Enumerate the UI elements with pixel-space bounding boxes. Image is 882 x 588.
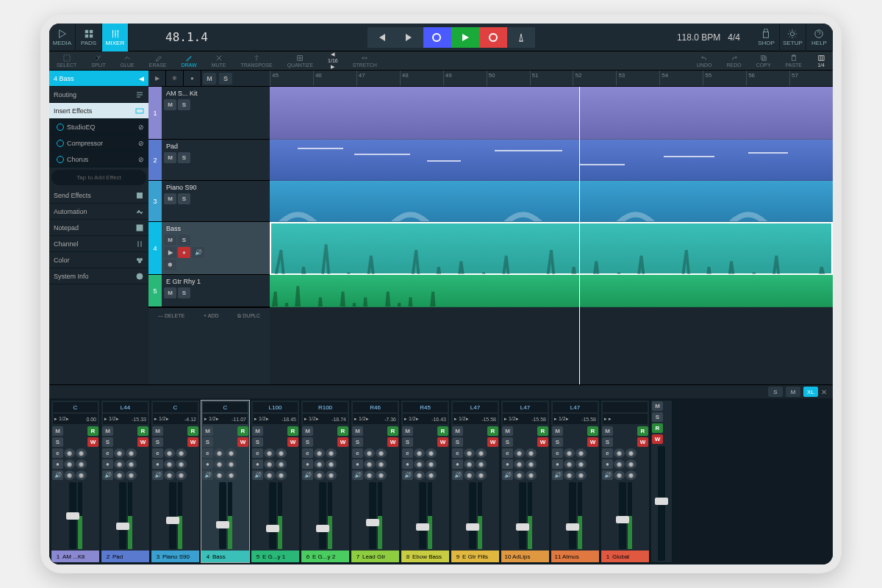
knob-icon[interactable]: ◉: [364, 459, 375, 469]
mute-button[interactable]: M: [52, 426, 63, 436]
knob-icon[interactable]: ◉: [476, 448, 487, 458]
mute-button[interactable]: M: [502, 426, 513, 436]
mixer-channel-6[interactable]: R100 ▸ 1/2▸-18.74 M R S W e ◉ ◉ ● ◉ ◉ 🔊 …: [301, 400, 350, 563]
monitor-button[interactable]: 🔊: [202, 470, 213, 480]
knob-icon[interactable]: ◉: [214, 470, 225, 480]
channel-label[interactable]: 7 Lead Gtr: [351, 551, 399, 562]
channel-label[interactable]: 1 Global: [601, 551, 649, 562]
edit-button[interactable]: e: [202, 448, 213, 458]
solo-button[interactable]: S: [178, 99, 190, 110]
rec-button[interactable]: ●: [302, 459, 313, 469]
rec-button[interactable]: ●: [452, 459, 463, 469]
send-display[interactable]: ▸ 1/2▸0.00: [53, 414, 98, 424]
insert-fx-2[interactable]: Compressor⊘: [49, 135, 148, 151]
mute-button[interactable]: M: [164, 287, 176, 298]
send-display[interactable]: ▸ 1/2▸-15.33: [103, 414, 148, 424]
knob-icon[interactable]: ◉: [414, 459, 425, 469]
knob-icon[interactable]: ◉: [614, 470, 625, 480]
knob-icon[interactable]: ◉: [314, 448, 325, 458]
mixer-channel-1[interactable]: C ▸ 1/2▸0.00 M R S W e ◉ ◉ ● ◉ ◉ 🔊 ◉ ◉: [51, 400, 100, 563]
solo-button[interactable]: S: [178, 234, 190, 245]
read-button[interactable]: R: [537, 426, 548, 436]
knob-icon[interactable]: ◉: [414, 448, 425, 458]
loop-button[interactable]: [423, 27, 451, 48]
knob-icon[interactable]: ◉: [376, 448, 387, 458]
fader[interactable]: [301, 481, 349, 551]
knob-icon[interactable]: ◉: [625, 470, 637, 480]
metronome-button[interactable]: [507, 27, 535, 48]
fader[interactable]: [351, 481, 399, 551]
edit-button[interactable]: e: [602, 448, 613, 458]
knob-icon[interactable]: ◉: [76, 459, 87, 469]
solo-button[interactable]: S: [452, 437, 463, 447]
solo-all[interactable]: S: [219, 73, 232, 85]
mixer-channel-1[interactable]: ▸ ▸ M R S W e ◉ ◉ ● ◉ ◉ 🔊 ◉ ◉: [600, 400, 650, 563]
knob-icon[interactable]: ◉: [276, 470, 287, 480]
play-button[interactable]: [451, 27, 479, 48]
knob-icon[interactable]: ◉: [114, 448, 125, 458]
rec-button[interactable]: ●: [502, 459, 513, 469]
pan-display[interactable]: L47: [453, 402, 498, 412]
mute-button[interactable]: M: [164, 234, 176, 245]
write-button[interactable]: W: [387, 437, 398, 447]
knob-icon[interactable]: ◉: [126, 448, 137, 458]
write-button[interactable]: W: [187, 437, 198, 447]
solo-button[interactable]: S: [178, 287, 190, 298]
read-button[interactable]: R: [587, 426, 598, 436]
mute-button[interactable]: M: [452, 426, 463, 436]
knob-icon[interactable]: ◉: [164, 470, 175, 480]
solo-button[interactable]: S: [152, 437, 163, 447]
fader[interactable]: [601, 481, 649, 551]
knob-icon[interactable]: ◉: [514, 448, 525, 458]
fader[interactable]: [251, 481, 299, 551]
rec-button[interactable]: ●: [52, 459, 63, 469]
knob-icon[interactable]: ◉: [264, 459, 275, 469]
read-button[interactable]: R: [187, 426, 198, 436]
mute-button[interactable]: M: [164, 99, 176, 110]
fader[interactable]: [401, 481, 449, 551]
bypass-icon[interactable]: ⊘: [138, 123, 144, 131]
mute-button[interactable]: M: [302, 426, 313, 436]
knob-icon[interactable]: ◉: [64, 448, 75, 458]
read-button[interactable]: R: [237, 426, 248, 436]
inspector-notepad[interactable]: Notepad: [49, 220, 148, 236]
knob-icon[interactable]: ◉: [414, 470, 425, 480]
monitor-button[interactable]: 🔊: [152, 470, 163, 480]
record-button[interactable]: [479, 27, 507, 48]
pan-display[interactable]: L47: [503, 402, 548, 412]
knob-icon[interactable]: ◉: [164, 448, 175, 458]
write-button[interactable]: W: [287, 437, 298, 447]
snap-value[interactable]: 1/4: [809, 51, 833, 71]
fader[interactable]: [551, 481, 599, 551]
pads-button[interactable]: PADS: [76, 24, 102, 51]
monitor-button[interactable]: 🔊: [302, 470, 313, 480]
solo-button[interactable]: S: [602, 437, 613, 447]
knob-icon[interactable]: ◉: [214, 459, 225, 469]
edit-button[interactable]: e: [252, 448, 263, 458]
knob-icon[interactable]: ◉: [264, 448, 275, 458]
rec-button[interactable]: ●: [252, 459, 263, 469]
knob-icon[interactable]: ◉: [76, 470, 87, 480]
media-button[interactable]: MEDIA: [49, 24, 76, 51]
clip-pad[interactable]: [270, 140, 833, 181]
tool-glue[interactable]: GLUE: [113, 51, 142, 71]
pan-display[interactable]: R46: [353, 402, 398, 412]
mixer-size-m[interactable]: M: [786, 387, 800, 397]
mute-button[interactable]: M: [152, 426, 163, 436]
write-button[interactable]: W: [87, 437, 98, 447]
rec-button[interactable]: ●: [552, 459, 563, 469]
tool-mute[interactable]: MUTE: [204, 51, 234, 71]
read-button[interactable]: R: [637, 426, 648, 436]
send-display[interactable]: ▸ ▸: [603, 414, 648, 424]
solo-button[interactable]: S: [302, 437, 313, 447]
fader[interactable]: [201, 481, 249, 551]
mute-button[interactable]: M: [352, 426, 363, 436]
mute-button[interactable]: M: [202, 426, 213, 436]
write-button[interactable]: W: [587, 437, 598, 447]
clip-guitar[interactable]: [270, 275, 833, 307]
solo-button[interactable]: S: [402, 437, 413, 447]
knob-icon[interactable]: ◉: [464, 448, 475, 458]
mute-button[interactable]: M: [402, 426, 413, 436]
add-track[interactable]: + ADD: [204, 313, 218, 318]
mute-button[interactable]: M: [552, 426, 563, 436]
